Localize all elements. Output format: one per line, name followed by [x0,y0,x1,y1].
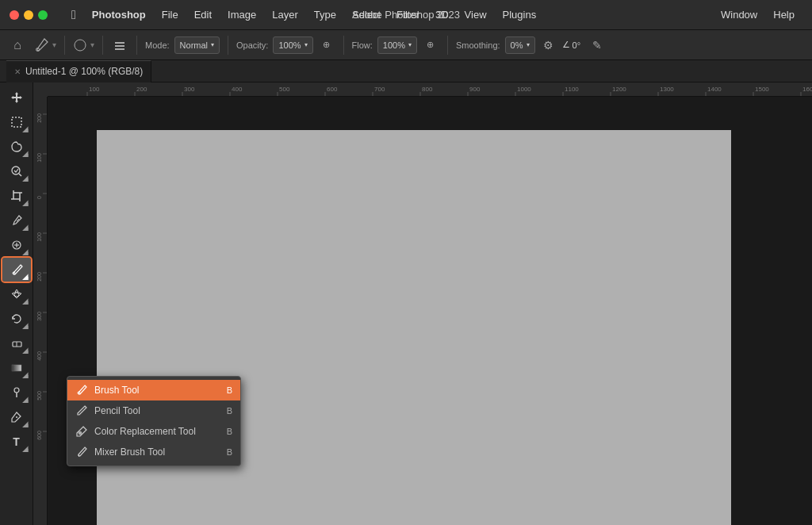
mixer-brush-key: B [227,447,232,457]
separator-4 [228,36,228,55]
move-icon [10,91,23,104]
brush-dropdown-arrow[interactable]: ▾ [52,40,56,49]
flyout-indicator [22,274,29,280]
history-icon [10,312,23,325]
opacity-dropdown[interactable]: 100% ▾ [273,36,312,54]
separator-3 [136,36,137,55]
svg-point-21 [14,388,19,393]
menu-edit[interactable]: Edit [186,0,220,30]
svg-line-7 [19,174,21,176]
menu-help[interactable]: Help [765,0,802,30]
pencil-tool-label: Pencil Tool [94,405,220,416]
svg-rect-2 [115,42,124,44]
ruler-h-svg: 100 200 300 400 500 600 700 800 [48,82,812,97]
lasso-icon [10,140,23,153]
svg-text:200: 200 [36,272,42,282]
flyout-indicator [22,224,29,231]
maximize-button[interactable] [38,10,48,20]
brush-size-arrow[interactable]: ▾ [90,40,94,49]
tool-dodge[interactable] [2,381,31,404]
smoothing-dropdown[interactable]: 0% ▾ [505,36,535,54]
flyout-indicator [22,372,29,378]
ruler-corner [33,82,48,97]
svg-text:0: 0 [36,196,42,199]
svg-rect-20 [12,365,21,371]
menu-type[interactable]: Type [306,0,344,30]
menu-window[interactable]: Window [713,0,765,30]
ruler-vertical: 200 100 0 100 200 300 400 500 600 [33,82,48,525]
main-area: T 100 200 300 400 [0,82,812,525]
svg-text:600: 600 [327,86,338,93]
pressure-opacity-icon[interactable]: ⊕ [318,36,335,54]
marquee-icon [10,116,23,128]
brush-tool-icon [10,263,23,276]
tool-healing[interactable] [2,233,31,257]
svg-point-1 [75,40,86,51]
close-button[interactable] [10,10,19,20]
brush-tool-label: Brush Tool [94,385,220,396]
menu-view[interactable]: View [457,0,495,30]
tool-history[interactable] [2,307,31,331]
traffic-lights [10,10,48,20]
dodge-icon [10,386,23,399]
flyout-indicator [22,446,29,452]
tool-text[interactable]: T [2,430,31,454]
pencil-tool-icon [75,404,88,417]
ruler-v-svg: 200 100 0 100 200 300 400 500 600 [33,82,48,525]
tab-close[interactable]: ✕ [14,67,21,76]
menu-image[interactable]: Image [220,0,264,30]
svg-text:1200: 1200 [612,86,626,93]
tool-eraser[interactable] [2,331,31,355]
brush-size-control[interactable]: ▾ [73,38,94,52]
tool-move[interactable] [2,86,31,109]
menu-photoshop[interactable]: Photoshop [84,0,154,30]
flyout-item-pencil[interactable]: Pencil Tool B [67,400,240,421]
pressure-flow-icon[interactable]: ⊕ [422,36,439,54]
flyout-indicator [22,249,29,255]
tool-marquee[interactable] [2,110,31,134]
color-replacement-label: Color Replacement Tool [94,426,220,437]
tool-clone[interactable] [2,282,31,306]
svg-text:500: 500 [36,391,42,400]
brush-settings-icon[interactable] [111,36,128,54]
menu-file[interactable]: File [154,0,186,30]
flyout-item-brush[interactable]: Brush Tool B [67,380,240,400]
flow-label: Flow: [352,40,373,50]
brush-tool-icon[interactable]: ▾ [33,37,56,53]
crop-icon [10,190,23,202]
mode-arrow: ▾ [211,41,214,48]
opacity-arrow: ▾ [304,41,308,48]
tool-brush[interactable] [2,258,31,282]
tool-gradient[interactable] [2,356,31,380]
svg-text:700: 700 [374,86,385,93]
menu-apple[interactable]:  [63,0,84,30]
flyout-indicator [22,347,29,354]
mode-dropdown[interactable]: Normal ▾ [174,36,220,54]
tool-lasso[interactable] [2,135,31,159]
svg-text:1100: 1100 [565,86,579,93]
svg-rect-5 [12,117,21,127]
document-tab[interactable]: ✕ Untitled-1 @ 100% (RGB/8) [6,60,151,82]
titlebar:  Photoshop File Edit Image Layer Type S… [0,0,812,30]
tool-pen[interactable] [2,405,31,429]
menu-layer[interactable]: Layer [264,0,306,30]
color-replacement-icon [75,425,88,438]
home-icon[interactable]: ⌂ [6,34,29,56]
smoothing-settings-icon[interactable]: ⚙ [540,36,557,54]
menu-plugins[interactable]: Plugins [495,0,545,30]
eyedropper-icon [10,214,23,227]
svg-text:300: 300 [36,312,42,321]
svg-text:1500: 1500 [755,86,769,93]
tool-eyedropper[interactable] [2,209,31,232]
tool-quick-select[interactable] [2,159,31,183]
flow-dropdown[interactable]: 100% ▾ [377,36,417,54]
flow-value: 100% [383,40,405,50]
tool-crop[interactable] [2,184,31,208]
svg-text:800: 800 [422,86,433,93]
flyout-item-color-replacement[interactable]: Color Replacement Tool B [67,421,240,442]
flyout-item-mixer-brush[interactable]: Mixer Brush Tool B [67,442,240,462]
app-title: Adobe Photoshop 2023 [352,9,460,21]
minimize-button[interactable] [24,10,33,20]
stylus-icon[interactable]: ✎ [588,36,606,54]
svg-point-23 [16,416,17,418]
